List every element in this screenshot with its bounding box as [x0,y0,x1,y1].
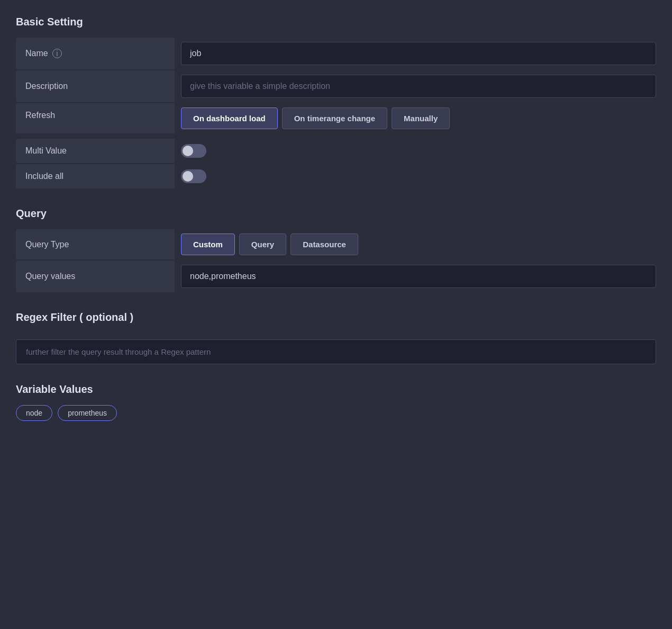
name-control-cell [175,38,656,69]
query-values-control-cell [175,260,656,292]
description-row: Description [16,70,656,102]
refresh-control-cell: On dashboard load On timerange change Ma… [175,103,656,133]
query-title: Query [16,208,656,220]
regex-filter-title: Regex Filter ( optional ) [16,311,656,324]
tag-prometheus: prometheus [58,405,117,421]
description-label: Description [25,82,68,91]
regex-filter-section: Regex Filter ( optional ) [16,311,656,364]
multi-value-label-cell: Multi Value [16,139,175,163]
include-all-toggle-thumb [183,171,193,182]
description-input[interactable] [181,75,656,98]
refresh-label-cell: Refresh [16,103,175,133]
query-type-control-cell: Custom Query Datasource [175,229,656,259]
include-all-label-cell: Include all [16,164,175,188]
variable-values-section: Variable Values node prometheus [16,383,656,421]
query-type-label-cell: Query Type [16,229,175,259]
name-label-cell: Name i [16,38,175,69]
multi-value-row: Multi Value [16,139,656,163]
query-values-label: Query values [25,272,75,281]
query-type-query-button[interactable]: Query [239,233,286,255]
include-all-toggle[interactable] [181,169,206,183]
basic-setting-section: Basic Setting Name i Description Refresh… [16,16,656,188]
query-values-row: Query values [16,260,656,292]
refresh-on-timerange-change-button[interactable]: On timerange change [282,107,387,129]
query-section: Query Query Type Custom Query Datasource… [16,208,656,292]
query-values-label-cell: Query values [16,260,175,292]
refresh-manually-button[interactable]: Manually [392,107,450,129]
include-all-label: Include all [25,172,63,181]
variable-values-title: Variable Values [16,383,656,396]
tag-node: node [16,405,52,421]
regex-filter-input[interactable] [16,339,656,364]
basic-setting-title: Basic Setting [16,16,656,28]
multi-value-toggle[interactable] [181,144,206,158]
include-all-row: Include all [16,164,656,188]
multi-value-label: Multi Value [25,146,67,156]
description-control-cell [175,70,656,102]
name-input[interactable] [181,42,656,65]
refresh-row: Refresh On dashboard load On timerange c… [16,103,656,133]
description-label-cell: Description [16,70,175,102]
multi-value-control-cell [175,139,656,163]
name-label: Name [25,49,48,58]
query-type-label: Query Type [25,240,69,249]
variable-values-tags: node prometheus [16,405,656,421]
query-type-row: Query Type Custom Query Datasource [16,229,656,259]
query-type-custom-button[interactable]: Custom [181,233,235,255]
refresh-label: Refresh [25,111,55,120]
query-type-datasource-button[interactable]: Datasource [290,233,358,255]
multi-value-toggle-thumb [183,146,193,156]
name-info-icon[interactable]: i [52,49,62,58]
name-row: Name i [16,38,656,69]
refresh-on-dashboard-load-button[interactable]: On dashboard load [181,107,278,129]
query-values-input[interactable] [181,265,656,288]
include-all-control-cell [175,164,656,188]
